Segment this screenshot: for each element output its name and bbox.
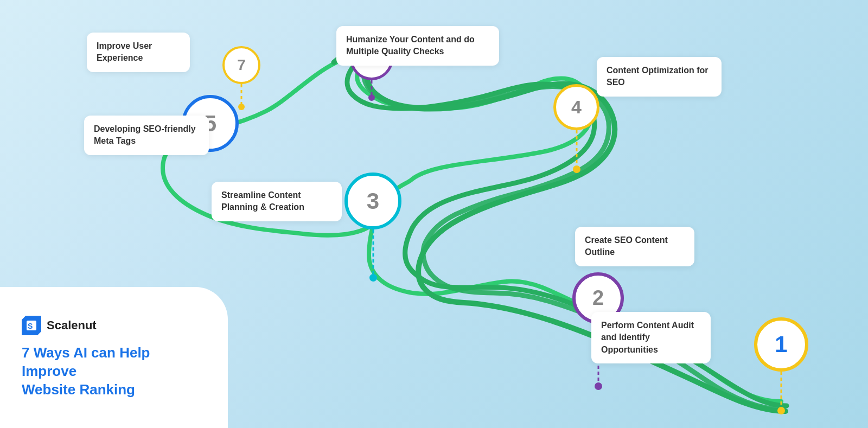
tagline: 7 Ways AI can Help ImproveWebsite Rankin…: [22, 344, 206, 399]
step-1-circle: 1: [754, 317, 808, 372]
svg-text:S: S: [28, 322, 33, 330]
label-2: Create SEO Content Outline: [575, 227, 694, 266]
label-1: Perform Content Audit and Identify Oppor…: [591, 312, 711, 363]
logo-text: Scalenut: [47, 318, 97, 333]
step-3-circle: 3: [344, 173, 401, 229]
step-4-circle: 4: [553, 84, 599, 130]
svg-point-6: [777, 407, 785, 414]
step-7-circle: 7: [222, 46, 260, 84]
svg-point-9: [573, 165, 580, 173]
svg-point-11: [368, 94, 375, 101]
svg-point-8: [369, 274, 377, 282]
main-container: 1 2 3 4 5 6 7 Perform Content Audit and …: [0, 0, 868, 428]
branding-area: S Scalenut 7 Ways AI can Help ImproveWeb…: [0, 287, 228, 428]
label-6: Humanize Your Content and do Multiple Qu…: [336, 26, 499, 66]
svg-point-7: [595, 382, 602, 390]
svg-point-10: [238, 104, 245, 110]
label-7: Improve User Experience: [87, 33, 190, 72]
logo-row: S Scalenut: [22, 316, 206, 335]
scalenut-logo-icon: S: [22, 316, 41, 335]
label-3: Streamline Content Planning & Creation: [212, 182, 342, 221]
label-4: Content Optimization for SEO: [597, 57, 722, 97]
label-5: Developing SEO-friendly Meta Tags: [84, 116, 209, 155]
